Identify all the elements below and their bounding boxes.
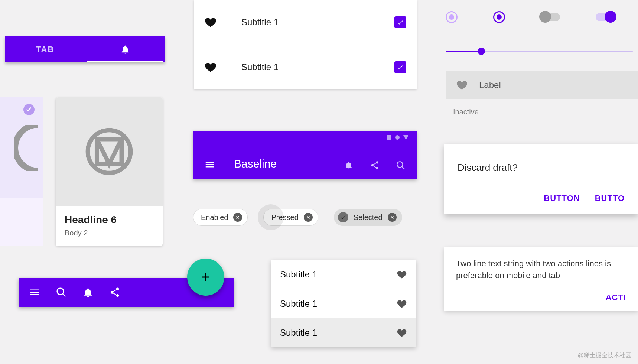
discard-dialog: Discard draft? BUTTON BUTTO <box>444 144 638 214</box>
close-icon[interactable] <box>304 213 313 222</box>
list-item[interactable]: Subtitle 1 <box>194 0 417 45</box>
card-partial[interactable] <box>0 97 43 246</box>
card-partial-clip <box>0 97 43 246</box>
chip-enabled[interactable]: Enabled <box>193 209 248 226</box>
heart-icon <box>397 328 407 338</box>
slider[interactable] <box>446 48 633 55</box>
tab-text[interactable]: TAB <box>5 36 85 62</box>
card-headline: Headline 6 <box>65 214 154 226</box>
heart-icon <box>397 299 407 309</box>
heart-icon <box>204 61 217 74</box>
close-icon[interactable] <box>388 213 397 222</box>
inactive-chip[interactable]: Label <box>446 71 638 99</box>
tab-bar: TAB <box>5 36 165 62</box>
heart-icon <box>204 16 217 29</box>
checkbox-list: Subtitle 1 Subtitle 1 <box>194 0 417 89</box>
slider-fill <box>446 51 481 52</box>
search-icon[interactable] <box>56 287 67 298</box>
material-logo-icon <box>85 128 133 175</box>
card-body <box>0 198 43 246</box>
check-icon <box>338 212 348 222</box>
dot-icon <box>395 135 400 140</box>
app-bar: Baseline <box>193 131 417 179</box>
chip-row: Enabled Pressed Selected <box>193 209 402 226</box>
check-icon <box>397 19 404 26</box>
menu-icon[interactable] <box>29 287 40 298</box>
slider-thumb[interactable] <box>478 48 485 55</box>
menu-item[interactable]: Subtitle 1 <box>271 289 416 318</box>
check-icon <box>397 64 404 71</box>
menu-item-label: Subtitle 1 <box>280 269 317 280</box>
list-item[interactable]: Subtitle 1 <box>194 45 417 89</box>
chip-pressed[interactable]: Pressed <box>263 209 318 226</box>
dropdown-menu: Subtitle 1 Subtitle 1 Subtitle 1 <box>271 260 416 347</box>
radio-disabled[interactable] <box>446 11 458 23</box>
card-text: Headline 6 Body 2 <box>56 206 163 241</box>
dialog-title: Discard draft? <box>458 162 625 173</box>
menu-item[interactable]: Subtitle 1 <box>271 260 416 289</box>
radio-checked[interactable] <box>493 11 505 23</box>
switch-on[interactable] <box>596 13 615 21</box>
corner-indicators <box>387 135 408 140</box>
circle-outline-icon <box>14 125 38 171</box>
chip-label: Label <box>479 80 501 90</box>
list-item-title: Subtitle 1 <box>241 62 394 72</box>
banner: Two line text string with two actions li… <box>444 247 638 311</box>
chip-caption: Inactive <box>453 108 479 116</box>
dialog-action-1[interactable]: BUTTON <box>544 194 580 203</box>
triangle-icon <box>403 135 408 140</box>
square-icon <box>387 135 391 140</box>
headline-card[interactable]: Headline 6 Body 2 <box>56 97 163 246</box>
fab-add-button[interactable] <box>187 259 224 296</box>
menu-icon[interactable] <box>204 159 215 170</box>
card-media <box>56 97 163 206</box>
list-item-title: Subtitle 1 <box>241 17 394 27</box>
heart-icon <box>456 79 468 91</box>
checkbox[interactable] <box>394 61 406 73</box>
chip-label: Selected <box>354 213 383 222</box>
banner-action[interactable]: ACTI <box>456 293 626 302</box>
checkbox[interactable] <box>394 16 406 28</box>
heart-icon <box>397 269 407 280</box>
app-bar-title: Baseline <box>234 157 344 170</box>
menu-item-selected[interactable]: Subtitle 1 <box>271 318 416 347</box>
menu-item-label: Subtitle 1 <box>280 328 317 338</box>
card-body-text: Body 2 <box>65 229 154 237</box>
dialog-action-2[interactable]: BUTTO <box>595 194 625 203</box>
share-icon[interactable] <box>109 287 120 298</box>
tab-bell[interactable] <box>85 36 165 62</box>
chip-selected[interactable]: Selected <box>334 209 402 226</box>
bell-icon <box>120 44 130 55</box>
banner-text: Two line text string with two actions li… <box>456 258 626 282</box>
share-icon[interactable] <box>370 160 380 170</box>
watermark: @稀土掘金技术社区 <box>578 352 631 360</box>
search-icon[interactable] <box>396 160 406 170</box>
check-badge-icon <box>23 104 35 115</box>
bell-icon[interactable] <box>82 287 94 298</box>
card-media <box>0 97 43 198</box>
close-icon[interactable] <box>233 213 242 222</box>
menu-item-label: Subtitle 1 <box>280 299 317 309</box>
plus-icon <box>199 271 212 283</box>
switch-off[interactable] <box>541 13 560 21</box>
controls-row <box>446 11 615 23</box>
bell-icon[interactable] <box>344 160 354 170</box>
chip-label: Enabled <box>201 213 228 222</box>
chip-label: Pressed <box>271 213 298 222</box>
